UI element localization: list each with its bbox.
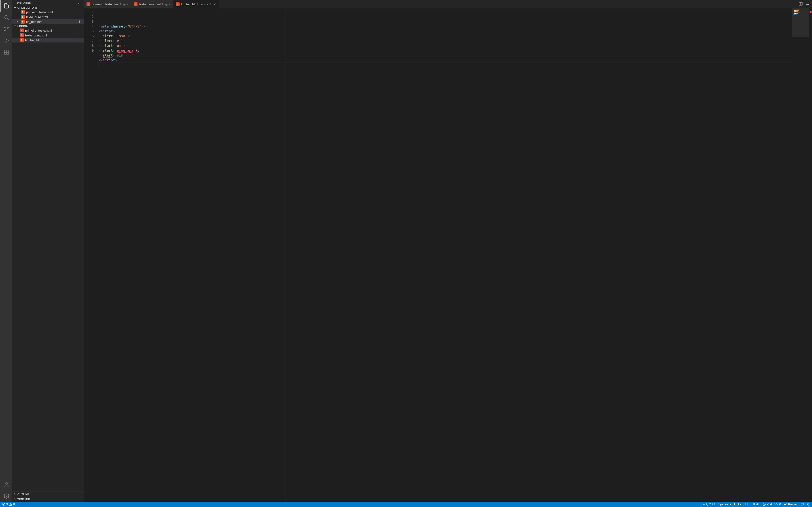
line-number[interactable]: 5 xyxy=(84,29,94,34)
code-line[interactable]: ··alert('um'); xyxy=(99,43,792,48)
code-line[interactable]: ··alert('é'); xyxy=(99,38,792,43)
line-number[interactable]: 3 xyxy=(84,19,94,24)
line-number[interactable]: 6 xyxy=(84,34,94,38)
svg-point-10 xyxy=(6,483,7,484)
file-tree-item[interactable]: 5tio_ben.html3 xyxy=(12,38,84,43)
section-open-editors[interactable]: OPEN EDITORS xyxy=(12,6,84,10)
line-number[interactable]: 2 xyxy=(84,14,94,19)
file-tree-item[interactable]: 5primeiro_teste.html xyxy=(12,28,84,33)
html-file-icon: 5 xyxy=(21,20,24,24)
status-eol[interactable]: LF xyxy=(745,503,749,506)
activity-account[interactable] xyxy=(0,478,12,490)
open-editor-item[interactable]: ×5texto_puro.html xyxy=(12,14,84,19)
code-line[interactable]: ··alert('sim'); xyxy=(99,53,792,58)
file-label: tio_ben.html xyxy=(25,38,77,42)
error-icon xyxy=(2,503,5,506)
status-cursor-position[interactable]: Ln 9, Col 1 xyxy=(701,503,715,506)
line-number[interactable]: 7 xyxy=(84,38,94,43)
editor-tabs: 5primeiro_teste.htmlLogica5texto_puro.ht… xyxy=(84,0,812,8)
problem-badge: 3 xyxy=(79,20,82,23)
line-number[interactable]: 9 xyxy=(84,48,94,53)
open-editor-item[interactable]: ×5primeiro_teste.html xyxy=(12,10,84,14)
close-icon[interactable]: × xyxy=(16,20,18,24)
feedback-icon xyxy=(800,503,804,506)
tab-label: primeiro_teste.html xyxy=(92,2,119,6)
html-file-icon: 5 xyxy=(21,10,24,14)
svg-point-4 xyxy=(5,30,6,31)
svg-marker-5 xyxy=(5,39,8,43)
status-indentation[interactable]: Spaces: 2 xyxy=(718,503,731,506)
html-file-icon: 5 xyxy=(20,33,24,37)
activity-extensions[interactable] xyxy=(0,46,12,58)
activity-run-debug[interactable] xyxy=(0,35,12,46)
html-file-icon: 5 xyxy=(87,2,90,6)
open-editor-item[interactable]: ×5tio_ben.html3 xyxy=(12,19,84,24)
activity-settings[interactable] xyxy=(0,490,12,502)
activity-source-control[interactable] xyxy=(0,23,12,35)
status-prettier[interactable]: Prettier xyxy=(784,503,798,506)
tab-problem-badge: 3 xyxy=(209,3,211,6)
svg-line-20 xyxy=(763,504,765,505)
editor-tab[interactable]: 5tio_ben.htmlLogica3× xyxy=(173,0,219,8)
code-line[interactable]: <script> xyxy=(99,29,792,34)
tab-label: tio_ben.html xyxy=(181,2,198,6)
code-line[interactable]: <meta·charset="UTF-8"·/> xyxy=(99,24,792,29)
activity-explorer[interactable] xyxy=(0,0,12,12)
status-live-server[interactable]: Port : 5500 xyxy=(762,503,781,506)
sidebar-explorer: EXPLORER ··· OPEN EDITORS ×5primeiro_tes… xyxy=(12,0,84,502)
editor-tab[interactable]: 5texto_puro.htmlLogica xyxy=(131,0,173,8)
problem-badge: 3 xyxy=(79,38,82,42)
activity-search[interactable] xyxy=(0,12,12,23)
tab-description: Logica xyxy=(162,3,170,6)
line-number-gutter[interactable]: 123456789 xyxy=(84,8,99,502)
code-line[interactable]: </script> xyxy=(99,58,792,62)
error-marker[interactable] xyxy=(810,11,812,13)
file-label: primeiro_teste.html xyxy=(26,10,82,14)
activity-bar xyxy=(0,0,12,502)
minimap[interactable] xyxy=(792,8,809,502)
close-icon[interactable]: × xyxy=(213,2,216,6)
editor-content[interactable]: <meta·charset="UTF-8"·/><script>··alert(… xyxy=(99,8,792,502)
status-problems[interactable]: 3 0 xyxy=(2,503,15,506)
svg-point-3 xyxy=(7,27,9,28)
status-feedback[interactable] xyxy=(800,503,804,506)
file-label: texto_puro.html xyxy=(25,34,82,37)
section-outline[interactable]: OUTLINE xyxy=(12,492,84,497)
file-tree-item[interactable]: 5texto_puro.html xyxy=(12,33,84,38)
overview-ruler[interactable] xyxy=(809,8,812,502)
bell-icon xyxy=(807,503,810,506)
status-notifications[interactable] xyxy=(807,503,810,506)
editor-tab[interactable]: 5primeiro_teste.htmlLogica xyxy=(84,0,131,8)
chevron-down-icon xyxy=(13,24,16,27)
split-editor-button[interactable] xyxy=(799,2,803,7)
search-icon xyxy=(4,14,9,20)
chevron-right-icon xyxy=(13,498,16,501)
html-file-icon: 5 xyxy=(176,2,180,6)
code-line[interactable]: ··alert('Isso'); xyxy=(99,34,792,38)
broadcast-icon xyxy=(762,503,766,506)
section-folder[interactable]: LOGICA xyxy=(12,24,84,28)
section-timeline[interactable]: TIMELINE xyxy=(12,497,84,502)
html-file-icon: 5 xyxy=(21,15,24,19)
svg-point-11 xyxy=(6,495,7,497)
sidebar-title: EXPLORER xyxy=(16,2,31,5)
code-line[interactable]: ··alert('programa'); xyxy=(99,48,792,53)
more-actions-button[interactable]: ··· xyxy=(806,2,809,6)
tab-description: Logica xyxy=(120,3,129,6)
line-number[interactable]: 1 xyxy=(84,9,94,14)
explorer-more-actions[interactable]: ··· xyxy=(78,2,80,5)
svg-line-1 xyxy=(7,18,9,19)
gear-icon xyxy=(4,493,9,499)
status-language[interactable]: HTML xyxy=(752,503,760,506)
code-line[interactable] xyxy=(99,62,792,67)
file-label: tio_ben.html xyxy=(26,20,77,24)
html-file-icon: 5 xyxy=(134,2,138,6)
svg-rect-9 xyxy=(7,52,9,54)
line-number[interactable]: 4 xyxy=(84,24,94,29)
html-file-icon: 5 xyxy=(20,38,24,42)
file-label: texto_puro.html xyxy=(26,15,82,19)
svg-rect-8 xyxy=(4,52,6,54)
play-bug-icon xyxy=(4,38,9,44)
line-number[interactable]: 8 xyxy=(84,43,94,48)
status-encoding[interactable]: UTF-8 xyxy=(734,503,743,506)
